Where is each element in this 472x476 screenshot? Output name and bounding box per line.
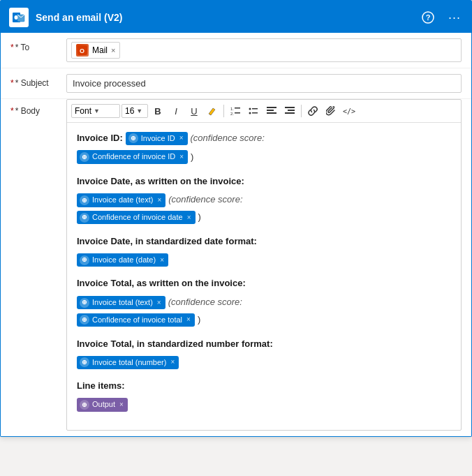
output-tag-text: Output — [92, 399, 115, 411]
to-label: ** To — [10, 38, 66, 52]
unordered-list-button[interactable] — [245, 103, 262, 119]
invoice-date-date-tag-icon: ⊕ — [80, 255, 89, 265]
line-items-label: Line items: — [77, 379, 125, 394]
link-button[interactable] — [304, 103, 321, 119]
invoice-date-text-tag-icon: ⊕ — [80, 195, 89, 205]
svg-text:1.: 1. — [230, 107, 234, 111]
invoice-date-text-conf-text: (confidence score: — [168, 193, 242, 207]
svg-rect-19 — [285, 107, 295, 108]
toolbar-sep-1 — [223, 105, 224, 117]
invoice-date-text-section: Invoice Date, as written on the invoice:… — [77, 174, 451, 225]
invoice-date-text-tag-close[interactable]: × — [157, 195, 161, 206]
invoice-date-date-tag[interactable]: ⊕ Invoice date (date) × — [77, 253, 168, 267]
svg-point-13 — [249, 112, 251, 114]
underline-button[interactable]: U — [186, 103, 202, 119]
to-field-wrap[interactable]: O Mail × — [66, 38, 462, 62]
subject-field-wrap[interactable] — [66, 74, 462, 93]
invoice-total-number-tag-close[interactable]: × — [170, 357, 175, 368]
invoice-date-text-tag[interactable]: ⊕ Invoice date (text) × — [77, 193, 165, 207]
invoice-date-std-section: Invoice Date, in standardized date forma… — [77, 235, 451, 267]
card-title: Send an email (V2) — [36, 12, 122, 23]
invoice-id-conf-text: (confidence score: — [191, 131, 265, 146]
font-size-value: 16 — [125, 106, 134, 116]
align-left-button[interactable] — [263, 103, 280, 119]
invoice-id-line2: ⊕ Confidence of invoice ID × ) — [77, 150, 451, 165]
svg-text:2.: 2. — [230, 112, 234, 116]
output-tag-icon: ⊕ — [80, 400, 89, 410]
svg-rect-11 — [235, 112, 240, 114]
line-items-section: Line items: ⊕ Output × — [77, 379, 451, 411]
invoice-date-std-line1: Invoice Date, in standardized date forma… — [77, 235, 451, 249]
header-right: ? ··· — [420, 9, 463, 26]
output-tag-close[interactable]: × — [119, 399, 124, 410]
invoice-date-date-tag-close[interactable]: × — [160, 255, 164, 266]
attachment-button[interactable] — [323, 103, 339, 119]
svg-rect-17 — [267, 110, 274, 111]
font-label: Font — [75, 106, 91, 116]
conf-invoice-id-tag-text: Confidence of invoice ID — [92, 151, 175, 163]
invoice-total-text-tag-close[interactable]: × — [157, 297, 161, 308]
header-left: Send an email (V2) — [9, 8, 122, 27]
invoice-id-tag-close[interactable]: × — [179, 133, 184, 144]
invoice-total-text-label: Invoice Total, as written on the invoice… — [77, 276, 246, 291]
conf-invoice-date-tag[interactable]: ⊕ Confidence of invoice date × — [77, 211, 196, 225]
align-right-button[interactable] — [281, 103, 298, 119]
svg-text:?: ? — [426, 13, 431, 22]
svg-text:O: O — [80, 47, 84, 54]
svg-rect-21 — [285, 112, 295, 114]
conf-invoice-id-tag-close[interactable]: × — [179, 151, 184, 163]
invoice-date-date-tag-text: Invoice date (date) — [92, 254, 156, 267]
invoice-total-std-line1: Invoice Total, in standardized number fo… — [77, 337, 451, 352]
subject-row: ** Subject — [1, 68, 471, 99]
svg-rect-14 — [252, 108, 258, 110]
invoice-total-std-label: Invoice Total, in standardized number fo… — [77, 337, 273, 352]
help-button[interactable]: ? — [420, 9, 436, 26]
font-select[interactable]: Font ▼ — [71, 104, 120, 118]
conf-invoice-date-tag-icon: ⊕ — [80, 213, 89, 223]
invoice-id-section: Invoice ID: ⊕ Invoice ID × (confidence s… — [77, 131, 451, 165]
email-card: Send an email (V2) ? ··· ** To — [0, 0, 472, 437]
line-items-line1: Line items: — [77, 379, 451, 394]
invoice-total-number-tag[interactable]: ⊕ Invoice total (number) × — [77, 356, 179, 370]
invoice-total-std-section: Invoice Total, in standardized number fo… — [77, 337, 451, 369]
invoice-total-std-line2: ⊕ Invoice total (number) × — [77, 356, 451, 370]
ordered-list-button[interactable]: 1. 2. — [227, 103, 244, 119]
invoice-date-std-line2: ⊕ Invoice date (date) × — [77, 253, 451, 267]
more-options-button[interactable]: ··· — [446, 9, 463, 26]
pen-button[interactable] — [204, 103, 221, 119]
mail-tag-close[interactable]: × — [111, 47, 115, 54]
code-button[interactable]: </> — [341, 103, 357, 119]
output-tag[interactable]: ⊕ Output × — [77, 398, 128, 412]
conf-invoice-id-tag-icon: ⊕ — [80, 152, 89, 162]
svg-rect-20 — [288, 110, 295, 111]
invoice-date-text-line2: ⊕ Invoice date (text) × (confidence scor… — [77, 193, 451, 207]
body-label: ** Body — [10, 99, 66, 116]
confidence-invoice-id-tag[interactable]: ⊕ Confidence of invoice ID × — [77, 150, 188, 164]
line-items-line2: ⊕ Output × — [77, 398, 451, 412]
invoice-total-text-line1: Invoice Total, as written on the invoice… — [77, 276, 451, 291]
card-header: Send an email (V2) ? ··· — [1, 2, 471, 33]
invoice-date-text-line1: Invoice Date, as written on the invoice: — [77, 174, 451, 189]
invoice-total-text-close-paren: ) — [198, 313, 200, 327]
svg-rect-10 — [235, 107, 240, 109]
to-input[interactable]: O Mail × — [66, 38, 462, 62]
invoice-date-text-line3: ⊕ Confidence of invoice date × ) — [77, 210, 451, 225]
invoice-id-tag[interactable]: ⊕ Invoice ID × — [126, 132, 188, 146]
invoice-total-text-tag-text: Invoice total (text) — [92, 297, 153, 309]
bold-button[interactable]: B — [149, 103, 166, 119]
svg-point-12 — [249, 108, 251, 110]
size-chevron-icon: ▼ — [136, 107, 142, 114]
conf-invoice-total-tag-close[interactable]: × — [186, 314, 191, 325]
conf-invoice-date-tag-close[interactable]: × — [187, 212, 191, 223]
font-size-select[interactable]: 16 ▼ — [121, 104, 148, 118]
body-editor: Font ▼ 16 ▼ B I U — [66, 99, 462, 431]
invoice-id-tag-text: Invoice ID — [141, 133, 175, 145]
invoice-total-text-section: Invoice Total, as written on the invoice… — [77, 276, 451, 327]
invoice-total-text-tag[interactable]: ⊕ Invoice total (text) × — [77, 296, 165, 310]
subject-input[interactable] — [66, 74, 462, 93]
italic-button[interactable]: I — [168, 103, 184, 119]
mail-tag[interactable]: O Mail × — [71, 42, 120, 59]
conf-invoice-total-tag[interactable]: ⊕ Confidence of invoice total × — [77, 313, 195, 327]
invoice-id-tag-icon: ⊕ — [128, 133, 138, 143]
invoice-date-text-tag-text: Invoice date (text) — [92, 194, 153, 207]
